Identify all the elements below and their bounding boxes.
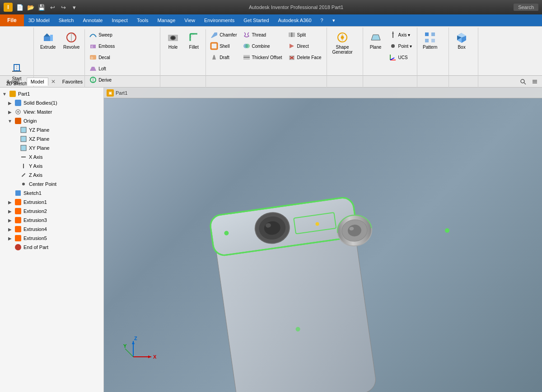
sweep-button[interactable]: Sweep [87, 29, 117, 40]
tree-item-xz-plane[interactable]: XZ Plane [0, 134, 103, 143]
modify-col1: Chamfer Shell Draft [208, 29, 239, 63]
menu-view[interactable]: View [180, 14, 200, 26]
hole-icon [167, 31, 179, 44]
modify-col2: Thread Combine Thicken/ Offset [240, 29, 285, 63]
tree-item-extrusion4[interactable]: ▶ Extrusion4 [0, 225, 103, 234]
svg-rect-63 [21, 136, 26, 142]
menu-a360[interactable]: Autodesk A360 [274, 14, 316, 26]
ext4-icon [14, 226, 22, 233]
thicken-button[interactable]: Thicken/ Offset [240, 52, 285, 63]
plane-button[interactable]: Plane [366, 29, 386, 51]
thread-button[interactable]: Thread [240, 29, 285, 40]
menu-expand[interactable]: ▾ [328, 14, 340, 26]
menu-bar: File 3D Model Sketch Annotate Inspect To… [0, 14, 542, 26]
tree-item-y-axis[interactable]: Y Axis [0, 161, 103, 171]
chamfer-icon [210, 31, 218, 39]
menu-environments[interactable]: Environments [200, 14, 239, 26]
redo-button[interactable]: ↪ [59, 3, 68, 12]
direct-button[interactable]: Direct [285, 41, 324, 51]
hole-button[interactable]: Hole [163, 29, 183, 51]
tree-item-z-axis[interactable]: Z Axis [0, 171, 103, 180]
ext5-icon [14, 235, 22, 242]
extrude-button[interactable]: Extrude [37, 29, 59, 51]
loft-button[interactable]: Loft [87, 63, 117, 74]
file-menu[interactable]: File [0, 14, 24, 26]
tree-item-sketch1[interactable]: Sketch1 [0, 189, 103, 198]
draft-button[interactable]: Draft [208, 52, 239, 63]
box-button[interactable]: Box [452, 29, 472, 51]
svg-rect-47 [431, 32, 435, 36]
svg-line-69 [22, 173, 25, 176]
tree-item-part1[interactable]: ▼ Part1 [0, 89, 103, 98]
derive-button[interactable]: Derive [87, 74, 117, 85]
pattern-label: Pattern [423, 45, 437, 50]
menu-annotate[interactable]: Annotate [78, 14, 107, 26]
3d-viewport[interactable]: ▣ Part1 [104, 88, 542, 392]
panel-tab-favorites[interactable]: Favorites [58, 78, 87, 86]
tree-item-view-master[interactable]: ▶ View: Master [0, 107, 103, 116]
part1-label: Part1 [18, 91, 102, 97]
svg-marker-31 [290, 44, 294, 48]
xz-icon [20, 135, 27, 143]
panel-tab-model[interactable]: Model [27, 78, 48, 86]
tree-item-extrusion5[interactable]: ▶ Extrusion5 [0, 234, 103, 243]
ext1-arrow: ▶ [7, 200, 13, 205]
tree-item-center-point[interactable]: Center Point [0, 180, 103, 189]
ucs-button[interactable]: UCS [387, 52, 415, 63]
panel-close-model[interactable]: ✕ [51, 78, 56, 85]
panel-search-button[interactable] [519, 77, 528, 86]
tree-item-solid-bodies[interactable]: ▶ Solid Bodies(1) [0, 98, 103, 107]
panel-list-button[interactable] [530, 77, 539, 86]
menu-getstarted[interactable]: Get Started [239, 14, 273, 26]
sketch1-icon [14, 189, 22, 197]
tree-item-extrusion2[interactable]: ▶ Extrusion2 [0, 207, 103, 216]
xaxis-icon [20, 153, 27, 161]
ext3-icon [14, 217, 22, 224]
svg-marker-21 [211, 32, 217, 38]
menu-tools[interactable]: Tools [132, 14, 153, 26]
combine-button[interactable]: Combine [240, 41, 285, 51]
view-master-label: View: Master [23, 109, 102, 115]
menu-3dmodel[interactable]: 3D Model [24, 14, 54, 26]
menu-help[interactable]: ? [316, 14, 328, 26]
menu-inspect[interactable]: Inspect [107, 14, 132, 26]
tree-item-x-axis[interactable]: X Axis [0, 152, 103, 161]
solid-bodies-arrow: ▶ [7, 101, 13, 106]
thicken-icon [243, 53, 251, 61]
decal-label: Decal [98, 55, 110, 60]
menu-manage[interactable]: Manage [153, 14, 180, 26]
open-button[interactable]: 📂 [26, 3, 35, 12]
tree-item-origin[interactable]: ▼ Origin [0, 116, 103, 125]
tree-item-xy-plane[interactable]: XY Plane [0, 143, 103, 152]
pattern-button[interactable]: Pattern [420, 29, 440, 51]
shell-button[interactable]: Shell [208, 41, 239, 51]
undo-button[interactable]: ↩ [48, 3, 57, 12]
svg-point-60 [17, 111, 19, 113]
menu-sketch[interactable]: Sketch [54, 14, 79, 26]
axis-button[interactable]: Axis ▾ [387, 29, 415, 40]
tree-item-extrusion3[interactable]: ▶ Extrusion3 [0, 216, 103, 225]
zaxis-icon [20, 171, 27, 179]
extrusion3-label: Extrusion3 [23, 217, 102, 223]
panel-tab-ilogic[interactable]: iLogic [3, 78, 24, 86]
tree-item-end-of-part[interactable]: End of Part [0, 243, 103, 252]
revolve-button[interactable]: Revolve [60, 29, 83, 51]
search-button[interactable]: Search [514, 4, 538, 11]
svg-marker-4 [44, 33, 50, 37]
emboss-button[interactable]: E Emboss [87, 41, 117, 51]
more-qa[interactable]: ▾ [70, 3, 79, 12]
save-button[interactable]: 💾 [37, 3, 46, 12]
fillet-button[interactable]: Fillet [184, 29, 204, 51]
shape-generator-button[interactable]: ShapeGenerator [330, 29, 355, 56]
decal-button[interactable]: D Decal [87, 52, 117, 63]
new-button[interactable]: 📄 [15, 3, 24, 12]
center-point-label: Center Point [29, 181, 102, 187]
deleteface-button[interactable]: Delete Face [285, 52, 324, 63]
svg-point-54 [521, 79, 524, 83]
ext5-arrow: ▶ [7, 236, 13, 241]
chamfer-button[interactable]: Chamfer [208, 29, 239, 40]
tree-item-yz-plane[interactable]: YZ Plane [0, 125, 103, 134]
split-button[interactable]: Split [285, 29, 324, 40]
tree-item-extrusion1[interactable]: ▶ Extrusion1 [0, 198, 103, 207]
point-button[interactable]: Point ▾ [387, 41, 415, 51]
